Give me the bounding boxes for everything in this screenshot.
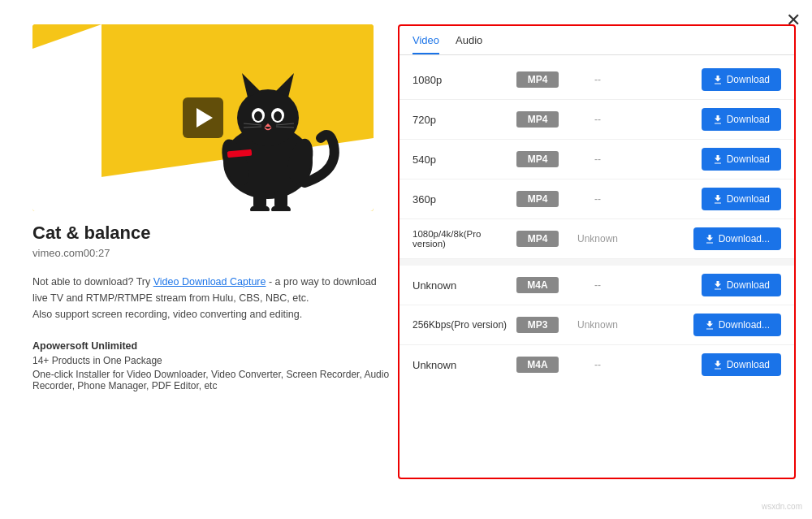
- brand-name: Apowersoft Unlimited: [32, 340, 390, 352]
- promo-not-able: Not able to download? Try: [32, 276, 153, 288]
- format-badge: M4A: [516, 357, 559, 373]
- download-icon: [713, 154, 723, 164]
- table-row: 360p MP4 -- Download: [400, 179, 794, 219]
- download-icon: [705, 320, 715, 330]
- download-button[interactable]: Download: [702, 148, 781, 171]
- promo-section: Apowersoft Unlimited 14+ Products in One…: [32, 340, 390, 391]
- download-button[interactable]: Download: [702, 68, 781, 91]
- video-download-capture-link[interactable]: Video Download Capture: [153, 276, 266, 288]
- download-button[interactable]: Download: [702, 274, 781, 296]
- format-badge: MP3: [516, 317, 559, 333]
- download-icon: [713, 75, 723, 84]
- download-icon: [713, 280, 723, 290]
- video-title: Cat & balance: [32, 223, 390, 244]
- size-label: --: [565, 279, 630, 291]
- close-button[interactable]: ✕: [786, 10, 801, 31]
- download-list: 1080p MP4 -- Download 720p MP4 -- Downlo…: [400, 55, 794, 473]
- download-icon: [705, 234, 715, 244]
- tabs: Video Audio: [400, 26, 794, 55]
- play-icon: [197, 108, 213, 128]
- format-badge: MP4: [516, 151, 559, 167]
- download-icon: [713, 115, 723, 124]
- right-panel: Video Audio 1080p MP4 -- Download 720p M…: [398, 24, 796, 479]
- tab-audio[interactable]: Audio: [456, 34, 482, 54]
- format-badge: MP4: [516, 231, 559, 247]
- promo-item-1: 14+ Products in One Package: [32, 355, 390, 366]
- download-button[interactable]: Download: [702, 353, 781, 376]
- size-label: --: [565, 74, 630, 85]
- quality-label: 1080p: [412, 74, 510, 86]
- table-row: Unknown M4A -- Download: [400, 345, 794, 384]
- download-icon: [713, 194, 723, 204]
- quality-label: 1080p/4k/8k(Pro version): [412, 229, 510, 249]
- size-label: --: [565, 114, 630, 125]
- size-label: Unknown: [565, 319, 630, 331]
- quality-label: 360p: [412, 193, 510, 205]
- download-button[interactable]: Download: [702, 108, 781, 131]
- size-label: --: [565, 359, 630, 370]
- download-button[interactable]: Download: [702, 188, 781, 210]
- table-row: 720p MP4 -- Download: [400, 100, 794, 140]
- format-badge: MP4: [516, 71, 559, 88]
- size-label: Unknown: [565, 233, 630, 244]
- table-row: 1080p MP4 -- Download: [400, 60, 794, 100]
- tab-video[interactable]: Video: [412, 34, 439, 54]
- quality-label: Unknown: [412, 359, 510, 371]
- play-button[interactable]: [183, 97, 223, 138]
- left-panel: Cat & balance vimeo.com00:27 Not able to…: [32, 24, 390, 394]
- video-thumbnail[interactable]: [32, 24, 374, 211]
- format-badge: MP4: [516, 191, 559, 207]
- promo-item-2: One-click Installer for Video Downloader…: [32, 369, 390, 391]
- format-badge: MP4: [516, 111, 559, 128]
- svg-point-9: [254, 111, 262, 121]
- download-button[interactable]: Download...: [693, 227, 781, 250]
- table-row: 540p MP4 -- Download: [400, 140, 794, 179]
- svg-point-4: [237, 89, 299, 146]
- watermark: wsxdn.com: [758, 500, 806, 513]
- section-separator: [400, 259, 794, 266]
- table-row: 1080p/4k/8k(Pro version) MP4 Unknown Dow…: [400, 219, 794, 259]
- quality-label: 720p: [412, 114, 510, 126]
- quality-label: Unknown: [412, 279, 510, 292]
- format-badge: M4A: [516, 277, 559, 293]
- svg-point-10: [274, 111, 282, 121]
- table-row: Unknown M4A -- Download: [400, 266, 794, 305]
- video-source: vimeo.com00:27: [32, 247, 390, 259]
- quality-label: 256Kbps(Pro version): [412, 319, 510, 331]
- promo-text: Not able to download? Try Video Download…: [32, 274, 382, 322]
- table-row: 256Kbps(Pro version) MP3 Unknown Downloa…: [400, 305, 794, 345]
- quality-label: 540p: [412, 154, 510, 166]
- size-label: --: [565, 193, 630, 205]
- download-button[interactable]: Download...: [693, 314, 781, 336]
- size-label: --: [565, 154, 630, 165]
- download-icon: [713, 360, 723, 370]
